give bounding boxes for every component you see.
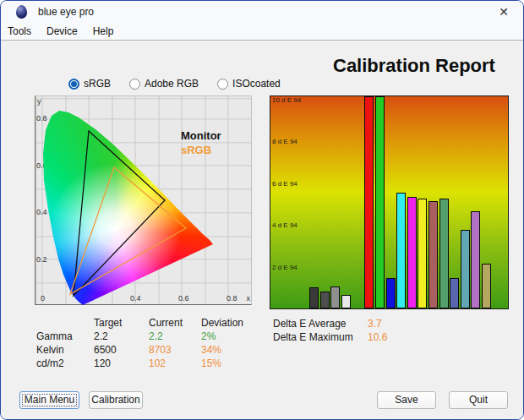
delta-bar-sea-green	[439, 199, 449, 308]
row-label-cdm2: cd/m2	[36, 357, 94, 369]
gamma-current: 2.2	[149, 330, 201, 342]
menu-item-help[interactable]: Help	[93, 25, 114, 37]
cdm2-current: 102	[149, 357, 201, 369]
delta-bar-blue	[386, 278, 396, 308]
cie-legend: Monitor sRGB	[181, 128, 221, 157]
delta-e-maximum-value: 10.6	[368, 331, 418, 343]
monitor-gamut-triangle	[74, 131, 165, 296]
delta-bar-cadet-blue	[461, 230, 470, 308]
menu-item-device[interactable]: Device	[46, 25, 78, 37]
cdm2-deviation: 15%	[201, 357, 260, 369]
radio-circle-icon[interactable]	[129, 79, 140, 90]
delta-bar-magenta	[407, 197, 417, 308]
menu-bar: Tools Device Help	[1, 23, 523, 41]
kelvin-target: 6500	[94, 344, 149, 356]
radio-adobe-rgb[interactable]: Adobe RGB	[129, 78, 199, 90]
cdm2-target: 120	[94, 357, 149, 369]
delta-bar-white	[341, 295, 351, 308]
kelvin-deviation: 34%	[201, 344, 260, 356]
row-label-kelvin: Kelvin	[36, 344, 94, 356]
row-label-gamma: Gamma	[36, 330, 94, 342]
col-header-target: Target	[94, 317, 149, 329]
delta-e-bar-chart: 10 d E 948 d E 946 d E 944 d E 942 d E 9…	[270, 95, 509, 309]
srgb-gamut-triangle	[70, 167, 186, 294]
kelvin-current: 8703	[149, 344, 201, 356]
main-menu-button[interactable]: Main Menu	[19, 391, 79, 409]
delta-e-maximum-label: Delta E Maximum	[273, 331, 368, 343]
delta-e-average-value: 3.7	[368, 318, 418, 330]
radio-adobe-rgb-label: Adobe RGB	[145, 78, 199, 90]
quit-button[interactable]: Quit	[449, 391, 508, 409]
cie-chromaticity-chart: y 0.8 0.6 0.4 0.2 0 0.2 0.4 0.6 0.8 x Mo…	[35, 95, 252, 305]
col-header-deviation: Deviation	[201, 317, 260, 329]
gamma-deviation: 2%	[201, 330, 260, 342]
main-content: sRGB Adobe RGB ISOcoated Calibration Rep…	[1, 41, 523, 419]
legend-srgb: sRGB	[181, 143, 221, 157]
delta-bar-brown	[428, 201, 438, 308]
radio-isocoated[interactable]: ISOcoated	[217, 78, 281, 90]
delta-bar-dark-khaki	[482, 264, 491, 308]
delta-bar-cyan	[396, 193, 406, 308]
delta-bar-gray-mid-dark	[320, 292, 330, 308]
legend-monitor: Monitor	[181, 128, 221, 143]
delta-e-summary: Delta E Average 3.7 Delta E Maximum 10.6	[273, 318, 418, 343]
delta-bar-yellow	[418, 199, 427, 308]
gamma-target: 2.2	[94, 330, 149, 342]
page-title: Calibration Report	[333, 55, 512, 77]
delta-bar-red	[364, 96, 374, 308]
radio-isocoated-label: ISOcoated	[232, 78, 281, 90]
calibration-button[interactable]: Calibration	[89, 391, 143, 409]
app-window: blue eye pro ✕ Tools Device Help sRGB Ad…	[0, 0, 524, 420]
delta-bar-gray-dark	[309, 287, 319, 308]
delta-e-average-label: Delta E Average	[273, 318, 368, 330]
delta-bar-green	[375, 96, 385, 308]
window-title: blue eye pro	[38, 6, 94, 18]
col-header-current: Current	[149, 317, 201, 329]
delta-bar-slate-blue	[450, 278, 459, 308]
bar-chart-bars	[270, 96, 508, 308]
radio-srgb[interactable]: sRGB	[68, 78, 111, 90]
delta-bar-gray-mid	[330, 286, 340, 308]
menu-item-tools[interactable]: Tools	[8, 25, 31, 37]
titlebar: blue eye pro ✕	[1, 1, 523, 23]
delta-bar-orchid	[471, 211, 480, 308]
radio-srgb-label: sRGB	[84, 78, 111, 90]
close-icon[interactable]: ✕	[496, 4, 511, 19]
results-table: Target Current Deviation Gamma 2.2 2.2 2…	[36, 317, 260, 369]
app-egg-icon	[16, 5, 27, 19]
save-button[interactable]: Save	[377, 391, 436, 409]
radio-circle-icon[interactable]	[68, 79, 79, 90]
radio-circle-icon[interactable]	[217, 79, 228, 90]
gamut-selector: sRGB Adobe RGB ISOcoated	[68, 78, 281, 90]
